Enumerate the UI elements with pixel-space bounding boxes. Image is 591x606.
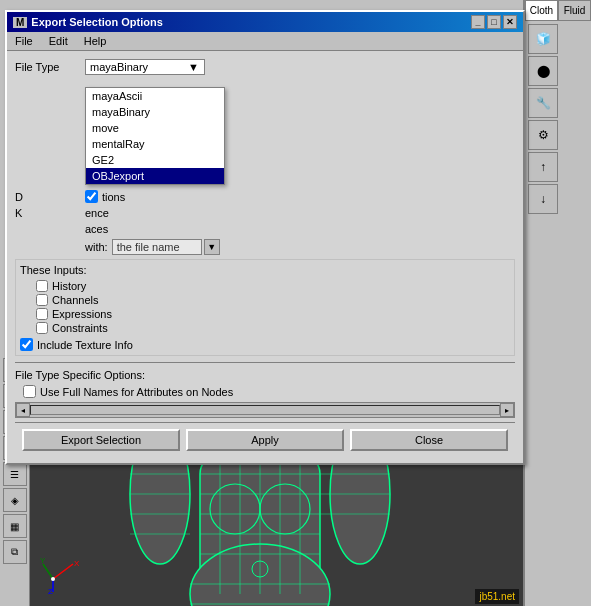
file-type-dropdown[interactable]: mayaBinary ▼ bbox=[85, 59, 205, 75]
file-type-row: File Type mayaBinary ▼ mayaAscii mayaBin… bbox=[15, 59, 515, 75]
apply-button[interactable]: Apply bbox=[186, 429, 344, 451]
option-obj-export[interactable]: OBJexport bbox=[86, 168, 224, 184]
checkbox-row-expressions: Expressions bbox=[20, 308, 510, 320]
dialog-menubar: File Edit Help bbox=[7, 32, 523, 51]
icon-cube[interactable]: 🧊 bbox=[528, 24, 558, 54]
minimize-button[interactable]: _ bbox=[471, 15, 485, 29]
label-include-texture: Include Texture Info bbox=[37, 339, 133, 351]
menu-edit[interactable]: Edit bbox=[45, 34, 72, 48]
file-type-dropdown-wrapper: mayaBinary ▼ mayaAscii mayaBinary move m… bbox=[85, 59, 205, 75]
checkbox-full-names[interactable] bbox=[23, 385, 36, 398]
svg-line-35 bbox=[53, 564, 73, 579]
dialog-content: File Type mayaBinary ▼ mayaAscii mayaBin… bbox=[7, 51, 523, 463]
dialog-titlebar: M Export Selection Options _ □ ✕ bbox=[7, 12, 523, 32]
dropdown-menu: mayaAscii mayaBinary move mentalRay GE2 … bbox=[85, 87, 225, 185]
dialog-title-icon: M bbox=[13, 17, 27, 28]
separator-1 bbox=[15, 362, 515, 363]
export-dialog: M Export Selection Options _ □ ✕ File Ed… bbox=[5, 10, 525, 465]
svg-point-41 bbox=[51, 577, 55, 581]
label-channels: Channels bbox=[52, 294, 98, 306]
right-panel-icons: 🧊 ⬤ 🔧 ⚙ ↑ ↓ bbox=[525, 21, 591, 217]
right-panel-tabs: Cloth Fluid bbox=[525, 0, 591, 21]
checkbox-constraints[interactable] bbox=[36, 322, 48, 334]
export-selection-button[interactable]: Export Selection bbox=[22, 429, 180, 451]
checkbox-channels[interactable] bbox=[36, 294, 48, 306]
label-k: K bbox=[15, 207, 85, 219]
checkbox-d[interactable] bbox=[85, 190, 98, 203]
scroll-left-btn[interactable]: ◂ bbox=[16, 403, 30, 417]
checkbox-include-texture[interactable] bbox=[20, 338, 33, 351]
scroll-right-btn[interactable]: ▸ bbox=[500, 403, 514, 417]
include-texture-row: Include Texture Info bbox=[20, 338, 510, 351]
label-with-text: with: bbox=[85, 241, 108, 253]
tab-fluid[interactable]: Fluid bbox=[558, 0, 591, 21]
specific-options-section: File Type Specific Options: Use Full Nam… bbox=[15, 369, 515, 398]
maximize-button[interactable]: □ bbox=[487, 15, 501, 29]
label-d: D bbox=[15, 191, 85, 203]
svg-text:Z: Z bbox=[48, 587, 53, 594]
scroll-track[interactable] bbox=[30, 405, 500, 415]
option-move[interactable]: move bbox=[86, 120, 224, 136]
menu-help[interactable]: Help bbox=[80, 34, 111, 48]
icon-arrow1[interactable]: ↑ bbox=[528, 152, 558, 182]
options-block: D tions K ence aces with: the file name … bbox=[15, 190, 515, 255]
file-type-label: File Type bbox=[15, 61, 85, 73]
tool-8[interactable]: ⧉ bbox=[3, 540, 27, 564]
checkbox-row-constraints: Constraints bbox=[20, 322, 510, 334]
axis-indicator: X Y Z bbox=[38, 554, 88, 596]
filename-input[interactable]: the file name bbox=[112, 239, 202, 255]
close-button[interactable]: ✕ bbox=[503, 15, 517, 29]
option-row-k: K ence bbox=[15, 207, 515, 219]
dialog-buttons: Export Selection Apply Close bbox=[15, 422, 515, 455]
specific-options-row: Use Full Names for Attributes on Nodes bbox=[15, 385, 515, 398]
option-ge2[interactable]: GE2 bbox=[86, 152, 224, 168]
label-ence: ence bbox=[85, 207, 109, 219]
label-aces: aces bbox=[85, 223, 108, 235]
label-tions: tions bbox=[102, 191, 125, 203]
option-mental-ray[interactable]: mentalRay bbox=[86, 136, 224, 152]
label-history: History bbox=[52, 280, 86, 292]
svg-line-37 bbox=[43, 564, 53, 579]
dropdown-selected-value: mayaBinary bbox=[90, 61, 148, 73]
tool-7[interactable]: ▦ bbox=[3, 514, 27, 538]
icon-arrow2[interactable]: ↓ bbox=[528, 184, 558, 214]
checkbox-row-channels: Channels bbox=[20, 294, 510, 306]
tool-6[interactable]: ◈ bbox=[3, 488, 27, 512]
svg-text:Y: Y bbox=[40, 556, 46, 565]
checkbox-expressions[interactable] bbox=[36, 308, 48, 320]
icon-sphere[interactable]: ⬤ bbox=[528, 56, 558, 86]
option-row-d: D tions bbox=[15, 190, 515, 203]
checkbox-history[interactable] bbox=[36, 280, 48, 292]
dropdown-arrow-icon: ▼ bbox=[188, 61, 199, 73]
tool-5[interactable]: ☰ bbox=[3, 462, 27, 486]
menu-file[interactable]: File bbox=[11, 34, 37, 48]
svg-text:X: X bbox=[74, 559, 80, 568]
option-maya-ascii[interactable]: mayaAscii bbox=[86, 88, 224, 104]
close-dialog-button[interactable]: Close bbox=[350, 429, 508, 451]
option-maya-binary[interactable]: mayaBinary bbox=[86, 104, 224, 120]
dialog-window-controls: _ □ ✕ bbox=[471, 15, 517, 29]
icon-tool2[interactable]: ⚙ bbox=[528, 120, 558, 150]
label-expressions: Expressions bbox=[52, 308, 112, 320]
these-inputs-label: These Inputs: bbox=[20, 264, 510, 276]
option-row-merge: with: the file name ▼ bbox=[15, 239, 515, 255]
icon-tool1[interactable]: 🔧 bbox=[528, 88, 558, 118]
watermark: jb51.net bbox=[475, 589, 519, 604]
checkbox-row-history: History bbox=[20, 280, 510, 292]
tab-cloth[interactable]: Cloth bbox=[525, 0, 558, 21]
horizontal-scrollbar[interactable]: ◂ ▸ bbox=[15, 402, 515, 418]
filename-dropdown-btn[interactable]: ▼ bbox=[204, 239, 220, 255]
these-inputs-section: These Inputs: History Channels Expressio… bbox=[15, 259, 515, 356]
label-constraints: Constraints bbox=[52, 322, 108, 334]
dialog-title: M Export Selection Options bbox=[13, 16, 163, 28]
option-row-aces: aces bbox=[15, 223, 515, 235]
specific-options-label: File Type Specific Options: bbox=[15, 369, 515, 381]
file-type-section: File Type mayaBinary ▼ mayaAscii mayaBin… bbox=[15, 59, 515, 75]
right-panel: Cloth Fluid 🧊 ⬤ 🔧 ⚙ ↑ ↓ bbox=[523, 0, 591, 606]
dialog-title-text: Export Selection Options bbox=[31, 16, 162, 28]
label-full-names: Use Full Names for Attributes on Nodes bbox=[40, 386, 233, 398]
